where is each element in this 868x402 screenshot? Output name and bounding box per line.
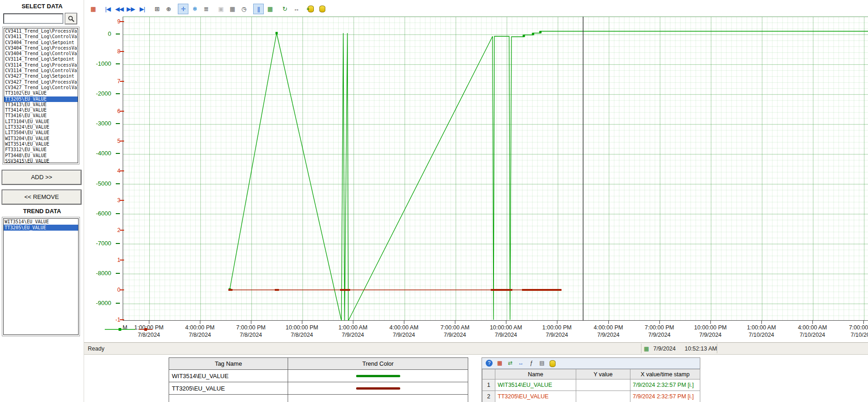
legend-table-row[interactable]: TT3205\EU_VALUE <box>169 382 468 395</box>
image-icon[interactable]: ▣ <box>216 4 226 14</box>
red-axis-tick <box>120 289 124 290</box>
fit-columns-icon[interactable]: ↔ <box>516 359 525 368</box>
goto-first-icon[interactable]: |◀ <box>102 4 113 14</box>
row-number-cell: 2 <box>482 391 495 402</box>
select-data-list-frame: CV3411_Trend_Log\ProcessValueCV3411_Tren… <box>2 27 79 164</box>
select-list-item[interactable]: CV3404_Trend_Log\Setpoint <box>4 40 78 45</box>
trend-data-list[interactable]: WIT3514\EU_VALUETT3205\EU_VALUE <box>3 218 79 335</box>
cursor-value-row[interactable]: 1WIT3514\EU_VALUE7/9/2024 2:32:57 PM [i.… <box>482 379 700 391</box>
select-data-list[interactable]: CV3411_Trend_Log\ProcessValueCV3411_Tren… <box>4 28 78 163</box>
select-list-item[interactable]: CV3114_Trend_Log\Setpoint <box>4 57 78 62</box>
select-list-item[interactable]: TT3414\EU_VALUE <box>4 108 78 113</box>
tag-search-input[interactable] <box>3 13 63 24</box>
add-dataset-icon[interactable]: + <box>306 4 316 14</box>
cursor-value-toolbar: ?▦⇄↔ƒ▤ <box>482 358 700 369</box>
save-icon[interactable] <box>548 359 557 368</box>
select-list-item[interactable]: TT3102\EU_VALUE <box>4 91 78 96</box>
x-axis-tick <box>557 321 557 324</box>
x-axis-time-label: 4:00:00 PM <box>581 324 636 331</box>
red-axis-tick <box>120 141 124 142</box>
select-list-item[interactable]: CV3411_Trend_Log\ProcessValue <box>4 28 78 34</box>
x-axis-tick <box>200 321 200 324</box>
cursor-value-panel: ?▦⇄↔ƒ▤ Name Y value X value/time stamp 1… <box>482 357 700 402</box>
red-axis-tick-label: 5 <box>97 138 120 144</box>
fit-width-icon[interactable]: ↔ <box>291 4 301 14</box>
select-list-item[interactable]: TT3205\EU_VALUE <box>4 96 78 102</box>
select-list-item[interactable]: LIT3104\EU_VALUE <box>4 119 78 125</box>
select-list-item[interactable]: LIT3504\EU_VALUE <box>4 130 78 136</box>
select-list-item[interactable]: PT3448\EU_VALUE <box>4 153 78 159</box>
red-axis-tick <box>120 260 124 260</box>
trend-list-item[interactable]: TT3205\EU_VALUE <box>4 225 78 231</box>
remove-button[interactable]: << REMOVE <box>2 190 81 204</box>
x-axis-time-label: 7:00:00 AM <box>427 324 482 331</box>
legend-tag-cell: TT3205\EU_VALUE <box>169 382 288 395</box>
status-time: 10:52:13 AM <box>685 345 717 352</box>
select-list-item[interactable]: CV3114_Trend_Log\ControlValue <box>4 68 78 74</box>
legend-tag-cell: WIT3514\EU_VALUE <box>169 370 288 382</box>
green-axis-tick-label: 0 <box>85 30 111 37</box>
green-axis-tick <box>116 63 120 64</box>
pan-icon[interactable]: ✛ <box>178 4 188 14</box>
x-axis-date-label: 7/9/2024 <box>478 332 533 338</box>
formula-icon[interactable]: ƒ <box>527 359 536 368</box>
legend-table-row[interactable] <box>169 395 468 402</box>
x-axis-tick <box>251 321 251 324</box>
select-list-item[interactable]: WIT3514\EU_VALUE <box>4 142 78 147</box>
trend-data-list-frame: WIT3514\EU_VALUETT3205\EU_VALUE <box>2 217 80 336</box>
grid-icon[interactable]: ▦ <box>227 4 238 14</box>
red-axis-tick <box>120 319 124 320</box>
x-axis-tick <box>404 321 404 324</box>
value-table-header-name: Name <box>495 369 576 379</box>
legend-color-cell <box>288 382 468 395</box>
export-grid-icon[interactable]: ▦ <box>495 359 504 368</box>
legend-table-row[interactable]: WIT3514\EU_VALUE <box>169 370 468 382</box>
select-list-item[interactable]: CV3411_Trend_Log\ControlValue <box>4 34 78 40</box>
select-list-item[interactable]: TT3416\EU_VALUE <box>4 113 78 119</box>
select-list-item[interactable]: FT3312\EU_VALUE <box>4 147 78 153</box>
select-list-item[interactable]: CV3427_Trend_Log\ControlValue <box>4 85 78 91</box>
x-axis-date-label: 7/8/2024 <box>223 332 278 338</box>
x-axis-date-label: 7/9/2024 <box>376 332 431 338</box>
add-button[interactable]: ADD >> <box>2 170 81 185</box>
goto-last-icon[interactable]: ▶| <box>137 4 148 14</box>
zoom-in-icon[interactable]: ⊕ <box>163 4 174 14</box>
sliders-icon[interactable]: ≣ <box>201 4 211 14</box>
select-list-item[interactable]: SSV3415\EU_VALUE <box>4 159 78 163</box>
dataset-icon[interactable] <box>317 4 328 14</box>
green-axis-tick-label: -5000 <box>85 180 111 187</box>
select-list-item[interactable]: WIT3204\EU_VALUE <box>4 136 78 142</box>
select-list-item[interactable]: CV3427_Trend_Log\Setpoint <box>4 74 78 79</box>
x-axis-tick <box>761 321 762 324</box>
status-separator <box>641 344 641 353</box>
select-list-item[interactable]: CV3114_Trend_Log\ProcessValue <box>4 62 78 68</box>
select-list-item[interactable]: CV3404_Trend_Log\ControlValue <box>4 51 78 57</box>
select-list-item[interactable]: TT3413\EU_VALUE <box>4 102 78 108</box>
select-list-item[interactable]: LIT3324\EU_VALUE <box>4 125 78 130</box>
search-button[interactable] <box>65 13 77 24</box>
green-axis-tick <box>116 303 120 304</box>
grid-settings-icon[interactable]: ▦ <box>265 4 275 14</box>
select-list-item[interactable]: CV3427_Trend_Log\ProcessValue <box>4 79 78 85</box>
fast-forward-icon[interactable]: ▶▶ <box>125 4 136 14</box>
freeze-icon[interactable]: ❄ <box>189 4 200 14</box>
value-table-header-y: Y value <box>576 369 630 379</box>
fast-backward-icon[interactable]: ◀◀ <box>114 4 125 14</box>
refresh-icon[interactable]: ↻ <box>279 4 290 14</box>
cursor-value-row[interactable]: 2TT3205\EU_VALUE7/9/2024 2:32:57 PM [i.] <box>482 391 700 402</box>
x-value-cell: 7/9/2024 2:32:57 PM [i.] <box>630 379 700 391</box>
auto-update-icon[interactable]: ⇄ <box>506 359 515 368</box>
select-list-item[interactable]: CV3404_Trend_Log\ProcessValue <box>4 45 78 51</box>
x-axis-time-label: 1:00:00 AM <box>325 324 380 331</box>
red-axis-tick <box>120 170 124 171</box>
red-axis-tick-label: 7 <box>97 78 120 85</box>
green-axis-tick <box>116 243 120 244</box>
clock-icon[interactable]: ◷ <box>238 4 249 14</box>
zoom-box-icon[interactable]: ⊞ <box>152 4 162 14</box>
value-table-header-num <box>482 369 495 379</box>
report-icon[interactable]: ▦ <box>88 4 98 14</box>
help-icon[interactable]: ? <box>486 360 493 367</box>
print-icon[interactable]: ▤ <box>538 359 546 368</box>
trend-list-item[interactable]: WIT3514\EU_VALUE <box>4 219 78 225</box>
pause-icon[interactable]: || <box>253 4 264 14</box>
